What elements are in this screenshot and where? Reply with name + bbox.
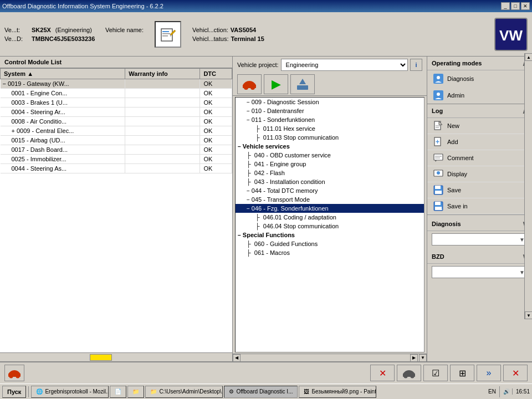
log-display-label: Display [447,171,467,177]
col-warranty[interactable]: Warranty info [125,69,200,79]
taskbar-desktop[interactable]: 📁 C:\Users\Admin\Desktop\... [145,386,223,398]
log-save-button[interactable]: Save [427,182,532,198]
table-row[interactable]: 0008 - Air Conditio...OK [1,117,232,126]
diagnosis-dropdown[interactable]: ▼ [432,233,528,245]
table-row[interactable]: 0015 - Airbag (UD...OK [1,136,232,145]
log-title: Log [432,108,443,114]
log-new-label: New [447,122,459,129]
minimize-button[interactable]: _ [501,2,510,10]
taskbar-folder[interactable]: 📁 [127,386,144,398]
module-table[interactable]: System ▲ Warranty info DTC − 0019 - Gate… [0,68,232,352]
log-save-in-button[interactable]: → Save in [427,198,532,214]
info-button[interactable]: i [410,59,422,71]
svg-marker-26 [435,160,437,162]
tree-connector: ├ [255,134,260,141]
scroll-up-right[interactable]: ▲ [525,57,532,61]
table-row[interactable]: 0025 - Immobilizer...OK [1,155,232,164]
engineering-label: (Engineering) [55,27,92,33]
start-button[interactable]: Пуск [2,386,26,398]
table-row[interactable]: 0003 - Brakes 1 (U...OK [1,98,232,108]
tree-item[interactable]: ├043 - Installation condition [236,177,424,186]
vehicle-project-select[interactable]: Engineering [281,59,408,71]
tree-item[interactable]: ├011.01 Hex service [236,124,424,133]
ve-d-label: Ve...D: [4,35,29,42]
tree-item[interactable]: −045 - Transport Mode [236,195,424,204]
tree-container[interactable]: −009 - Diagnostic Session−010 - Datentra… [235,97,424,352]
tree-item[interactable]: −Vehicle services [236,142,424,151]
table-row[interactable]: 0004 - Steering Ar...OK [1,108,232,117]
svg-rect-33 [435,202,441,205]
tree-item[interactable]: −011 - Sonderfunktionen [236,115,424,124]
table-row[interactable]: 0044 - Steering As...OK [1,164,232,173]
tree-item[interactable]: ├011.03 Stop communication [236,133,424,142]
taskbar-paint[interactable]: 🖼 Безымянный9.png - Paint [299,386,376,398]
col-system[interactable]: System ▲ [1,69,125,79]
tree-item-label: 011.03 Stop communication [263,134,339,141]
upload-button[interactable] [290,74,315,94]
tree-item[interactable]: −010 - Datentransfer [236,106,424,115]
col-dtc[interactable]: DTC [200,69,232,79]
tree-item[interactable]: ├041 - Engine group [236,160,424,168]
log-display-button[interactable]: Display [427,166,532,182]
close-button[interactable]: ✕ [521,2,530,10]
diagnosis-item[interactable]: Diagnosis [427,70,532,87]
tree-item[interactable]: −044 - Total DTC memory [236,186,424,195]
taskbar-ergebnis[interactable]: 🌐 Ergebnisprotokoll - Mozil... [31,386,109,398]
taskbar-offboard[interactable]: ⚙ Offboard Diagnostic I... [224,386,298,398]
table-row[interactable]: 0001 - Engine Con...OK [1,89,232,98]
forward-bottom-button[interactable]: » [477,365,501,381]
tree-item[interactable]: ├042 - Flash [236,168,424,177]
car-toolbar-button[interactable] [237,74,262,94]
scroll-down-btn[interactable]: ▼ [419,354,427,362]
right-scrollbar[interactable]: ▲ ▼ [524,57,532,319]
diagnosis-dropdown-title: Diagnosis [432,221,461,227]
svg-marker-12 [299,79,306,84]
warranty-cell [125,164,200,173]
table-row[interactable]: + 0009 - Central Elec...OK [1,126,232,136]
add-icon: + [433,136,444,147]
grid-bottom-button[interactable]: ⊞ [450,365,474,381]
taskbar-doc[interactable]: 📄 [110,386,126,398]
stop-bottom-button[interactable]: ✕ [503,365,528,381]
center-scrollbar[interactable]: ◀ ▶ ▼ [233,354,427,361]
tree-item[interactable]: ├061 - Macros [236,248,424,257]
scroll-down-right[interactable]: ▼ [525,311,532,319]
svg-rect-11 [297,85,308,90]
table-row[interactable]: − 0019 - Gateway (KW...OK [1,79,232,89]
tree-item[interactable]: −046 - Fzg. Sonderfunktionen [236,204,424,213]
edit-icon-box[interactable] [155,21,181,48]
tree-item-label: 011.01 Hex service [263,125,315,132]
scroll-right-btn[interactable]: ▶ [410,354,418,362]
dtc-cell: OK [200,145,232,155]
bzd-dropdown[interactable]: ▼ [432,266,528,278]
tree-item[interactable]: −009 - Diagnostic Session [236,98,424,106]
tree-item[interactable]: −Special Functions [236,231,424,239]
tree-item[interactable]: ├046.04 Stop communication [236,222,424,231]
save-in-icon: → [433,201,444,212]
maximize-button[interactable]: □ [511,2,520,10]
tree-connector: ├ [247,161,251,167]
vehicl-ction-label: Vehicl...ction: [192,27,228,33]
log-comment-button[interactable]: Comment [427,150,532,166]
cancel-bottom-button[interactable]: ✕ [370,365,395,381]
comment-icon [433,152,444,163]
tree-item-label: Special Functions [243,232,295,238]
log-add-button[interactable]: + Add [427,134,532,150]
scroll-left-btn[interactable]: ◀ [233,354,241,362]
check-bottom-button[interactable]: ☑ [423,365,448,381]
log-new-button[interactable]: New [427,118,532,134]
horizontal-scrollbar[interactable] [0,352,232,361]
scroll-thumb[interactable] [90,354,112,361]
back-car-button[interactable] [4,365,24,381]
tree-item[interactable]: ├060 - Guided Functions [236,239,424,248]
tree-item[interactable]: ├046.01 Coding / adaptation [236,213,424,222]
play-button[interactable]: ▶ [264,74,288,94]
table-row[interactable]: 0017 - Dash Board...OK [1,145,232,155]
car-icon [241,78,258,91]
car-bottom-button[interactable] [397,365,421,381]
ve-t-label: Ve...t: [4,27,29,33]
tree-item[interactable]: ├040 - OBD customer service [236,151,424,160]
admin-item[interactable]: Admin [427,87,532,104]
svg-rect-2 [162,33,170,34]
vw-logo: VW [494,18,528,51]
